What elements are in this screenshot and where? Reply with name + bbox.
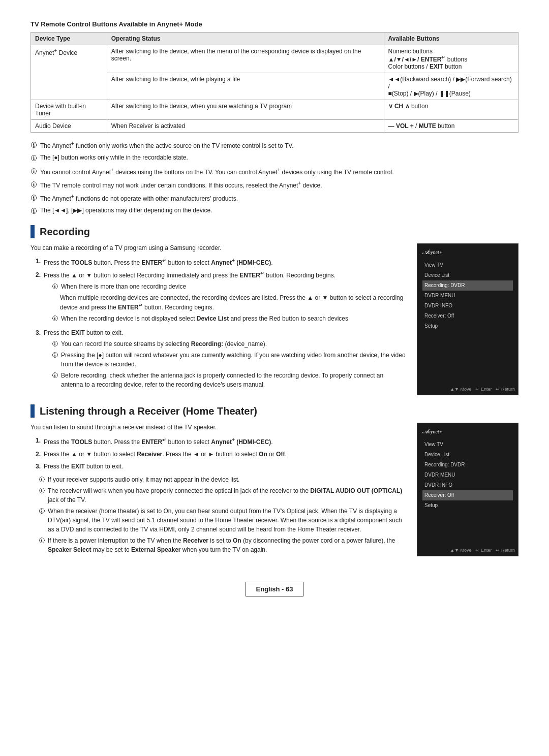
anynet-table: Device Type Operating Status Available B… — [30, 32, 518, 133]
menu-item-dvdrinfo: DVDR INFO — [422, 301, 513, 311]
recording-main: You can make a recording of a TV program… — [30, 243, 407, 395]
note-icon: 🛈 — [39, 475, 45, 484]
note-icon: 🛈 — [30, 180, 37, 190]
note-icon: 🛈 — [39, 536, 45, 545]
note-icon: 🛈 — [52, 371, 58, 380]
menu-item-receiver-off-2: Receiver: Off — [422, 490, 513, 500]
step-3-subnotes: 🛈 You can record the source streams by s… — [52, 339, 407, 389]
table-row: Audio Device When Receiver is activated … — [31, 120, 518, 133]
menu-item-receiver-off: Receiver: Off — [422, 311, 513, 321]
listening-main: You can listen to sound through a receiv… — [30, 423, 407, 556]
note-icon: 🛈 — [39, 507, 45, 516]
device-tuner: Device with built-in Tuner — [31, 100, 107, 120]
listen-step-3: 3. Press the EXIT button to exit. — [36, 462, 407, 471]
step-3: 3. Press the EXIT button to exit. 🛈 You … — [36, 328, 407, 391]
status-anynet-2: After switching to the device, while pla… — [107, 73, 384, 100]
note-item: 🛈 The [◄◄], [▶▶] operations may differ d… — [30, 206, 518, 216]
listen-note-2: 🛈 The receiver will work when you have p… — [39, 486, 407, 505]
listening-content: You can listen to sound through a receiv… — [30, 423, 518, 556]
listen-note-4: 🛈 If there is a power interruption to th… — [39, 536, 407, 554]
listening-subnotes: 🛈 If your receiver supports audio only, … — [39, 475, 407, 554]
col-header-status: Operating Status — [107, 33, 384, 45]
section-bar — [30, 225, 35, 238]
listening-steps: 1. Press the TOOLS button. Press the ENT… — [36, 436, 407, 471]
status-audio: When Receiver is activated — [107, 120, 384, 133]
sub-note: When multiple recording devices are conn… — [52, 293, 407, 312]
section-bar — [30, 404, 35, 418]
note-icon: 🛈 — [39, 486, 45, 495]
menu-item-setup-2: Setup — [422, 500, 513, 511]
note-icon: 🛈 — [30, 206, 37, 216]
menu-item-setup: Setup — [422, 321, 513, 331]
listen-step-1: 1. Press the TOOLS button. Press the ENT… — [36, 436, 407, 447]
note-icon: 🛈 — [30, 153, 37, 164]
listening-section: Listening through a Receiver (Home Theat… — [30, 404, 518, 556]
note-icon: 🛈 — [52, 282, 58, 291]
col-header-device: Device Type — [31, 33, 107, 45]
note-item: 🛈 You cannot control Anynet+ devices usi… — [30, 166, 518, 177]
anynet-menu-title-2: 𝒜nynet + — [422, 427, 513, 435]
status-tuner: After switching to the device, when you … — [107, 100, 384, 120]
listening-heading: Listening through a Receiver (Home Theat… — [30, 404, 518, 418]
note-item: 🛈 The [●] button works only while in the… — [30, 153, 518, 164]
listening-intro: You can listen to sound through a receiv… — [30, 423, 407, 432]
table-row: Device with built-in Tuner After switchi… — [31, 100, 518, 120]
footer-container: English - 63 — [30, 566, 518, 596]
listen-note-1: 🛈 If your receiver supports audio only, … — [39, 475, 407, 484]
recording-anynet-menu: 𝒜nynet + View TV Device List Recording: … — [417, 243, 518, 395]
recording-content: You can make a recording of a TV program… — [30, 243, 518, 395]
menu-item-devicelist: Device List — [422, 270, 513, 280]
buttons-audio: ― VOL + / MUTE button — [384, 120, 518, 133]
buttons-anynet-2: ◄◄(Backward search) / ▶▶(Forward search)… — [384, 73, 518, 100]
note-icon: 🛈 — [52, 339, 58, 349]
status-anynet-1: After switching to the device, when the … — [107, 45, 384, 73]
recording-intro: You can make a recording of a TV program… — [30, 243, 407, 253]
top-notes-list: 🛈 The Anynet+ function only works when t… — [30, 140, 518, 216]
buttons-tuner: ∨ CH ∧ button — [384, 100, 518, 120]
table-row: Anynet+ Device After switching to the de… — [31, 45, 518, 73]
recording-steps: 1. Press the TOOLS button. Press the ENT… — [36, 257, 407, 391]
step-2: 2. Press the ▲ or ▼ button to select Rec… — [36, 270, 407, 325]
listening-anynet-menu: 𝒜nynet + View TV Device List Recording: … — [417, 423, 518, 556]
step-2-subnotes: 🛈 When there is more than one recording … — [52, 282, 407, 323]
step-1: 1. Press the TOOLS button. Press the ENT… — [36, 257, 407, 267]
note-item: 🛈 The Anynet+ functions do not operate w… — [30, 193, 518, 203]
menu-item-devicelist-2: Device List — [422, 450, 513, 460]
table-caption: TV Remote Control Buttons Available in A… — [30, 20, 518, 28]
sub-note: 🛈 When there is more than one recording … — [52, 282, 407, 291]
sub-note: 🛈 When the recording device is not displ… — [52, 314, 407, 323]
menu-item-dvdrinfo-2: DVDR INFO — [422, 480, 513, 490]
listen-step-2: 2. Press the ▲ or ▼ button to select Rec… — [36, 450, 407, 459]
recording-heading: Recording — [30, 225, 518, 238]
menu-footer: ▲▼ Move ↵ Enter ↩ Return — [450, 387, 515, 392]
menu-item-recording: Recording: DVDR — [422, 280, 513, 291]
listen-note-3: 🛈 When the receiver (home theater) is se… — [39, 507, 407, 534]
menu-item-recording-2: Recording: DVDR — [422, 460, 513, 470]
note-icon: 🛈 — [30, 140, 37, 150]
note-item: 🛈 The Anynet+ function only works when t… — [30, 140, 518, 150]
table-section: TV Remote Control Buttons Available in A… — [30, 20, 518, 133]
menu-item-viewtv: View TV — [422, 260, 513, 270]
note-icon: 🛈 — [30, 167, 37, 177]
note-icon: 🛈 — [52, 351, 58, 360]
device-anynet: Anynet+ Device — [31, 45, 107, 100]
col-header-buttons: Available Buttons — [384, 33, 518, 45]
recording-section: Recording You can make a recording of a … — [30, 225, 518, 395]
page-number: English - 63 — [246, 582, 304, 596]
device-audio: Audio Device — [31, 120, 107, 133]
note-item: 🛈 The TV remote control may not work und… — [30, 179, 518, 190]
menu-item-viewtv-2: View TV — [422, 439, 513, 450]
sub-note: 🛈 Pressing the [●] button will record wh… — [52, 351, 407, 369]
note-icon: 🛈 — [30, 193, 37, 203]
anynet-menu-title: 𝒜nynet + — [422, 248, 513, 256]
buttons-anynet-1: Numeric buttons ▲/▼/◄/►/ ENTER↵ buttons … — [384, 45, 518, 73]
note-icon: 🛈 — [52, 314, 58, 323]
menu-item-dvdrmenu-2: DVDR MENU — [422, 470, 513, 480]
sub-note: 🛈 You can record the source streams by s… — [52, 339, 407, 349]
menu-item-dvdrmenu: DVDR MENU — [422, 291, 513, 301]
sub-note: 🛈 Before recording, check whether the an… — [52, 371, 407, 389]
menu-footer-2: ▲▼ Move ↵ Enter ↩ Return — [450, 548, 515, 553]
